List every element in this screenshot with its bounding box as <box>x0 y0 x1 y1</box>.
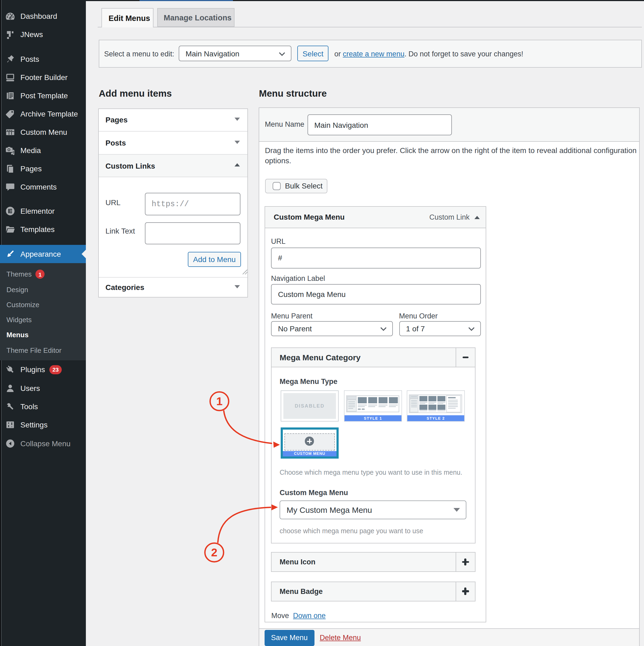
svg-text:1: 1 <box>216 395 223 408</box>
svg-text:2: 2 <box>211 546 217 559</box>
svg-text:STYLE 2: STYLE 2 <box>427 416 445 420</box>
svg-text:STYLE 1: STYLE 1 <box>364 416 382 420</box>
